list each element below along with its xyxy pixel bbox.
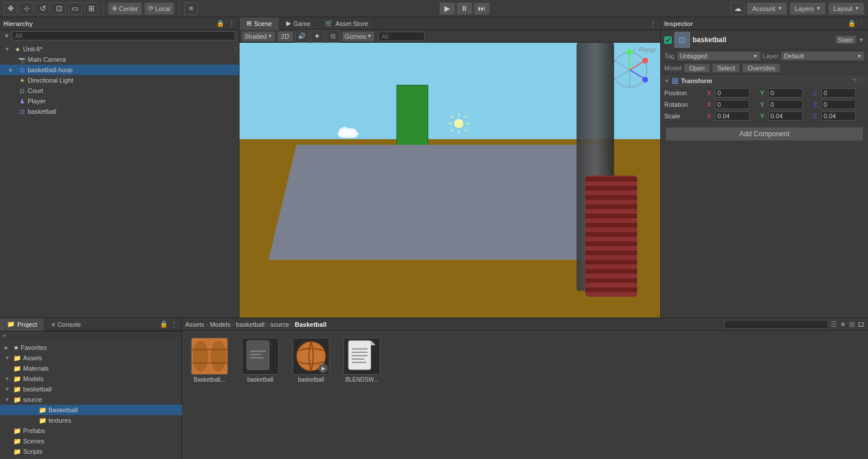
hierarchy-search-input[interactable] — [12, 31, 235, 40]
tree-packages[interactable]: 📦 Packages — [0, 457, 182, 459]
transform-header[interactable]: ▼ ⊞ Transform ? ⋮ — [661, 74, 868, 87]
tab-project[interactable]: 📁 Project — [0, 318, 44, 331]
hier-add-icon[interactable]: ▼ — [3, 32, 10, 39]
tag-arrow: ▼ — [753, 54, 758, 59]
scale-y-input[interactable] — [768, 111, 803, 121]
asset-item-basketball-file[interactable]: basketball — [237, 335, 283, 386]
tree-scripts[interactable]: 📁 Scripts — [0, 446, 182, 457]
hier-label-basketball: basketball — [28, 108, 57, 115]
add-component-button[interactable]: Add Component — [665, 127, 863, 141]
play-button[interactable]: ▶ — [439, 2, 455, 15]
hierarchy-lock-icon[interactable]: 🔒 — [216, 20, 225, 27]
step-button[interactable]: ⏭ — [474, 2, 490, 15]
tool-move[interactable]: ⊹ — [20, 2, 33, 15]
hierarchy-menu-icon[interactable]: ⋮ — [228, 19, 235, 28]
tab-console[interactable]: ≡ Console — [44, 318, 88, 331]
asset-item-blendsw[interactable]: BLENDSW... — [339, 335, 385, 386]
transform-help-icon[interactable]: ? — [852, 77, 856, 85]
model-overrides-btn[interactable]: Overrides — [742, 64, 780, 73]
layout-icon-btn[interactable]: ≡ — [184, 2, 198, 15]
tree-basketball-selected[interactable]: 📁 Basketball — [0, 405, 182, 415]
tree-basketball-folder[interactable]: ▼ 📁 basketball — [0, 384, 182, 394]
model-select-btn[interactable]: Select — [712, 64, 740, 73]
asset-fav-icon[interactable]: ★ — [840, 320, 847, 329]
asset-search-input[interactable] — [724, 320, 828, 329]
pos-y-input[interactable] — [768, 88, 803, 98]
console-tab-label: Console — [58, 321, 81, 328]
layers-dropdown[interactable]: Layers ▼ — [790, 2, 826, 15]
effects-btn[interactable]: ✦ — [310, 30, 324, 43]
asset-zoom-icon[interactable]: ⊞ — [849, 320, 855, 329]
pos-z-input[interactable] — [821, 88, 856, 98]
layout-dropdown[interactable]: Layout ▼ — [828, 2, 865, 15]
layer-dropdown[interactable]: Default ▼ — [781, 51, 865, 61]
tab-scene[interactable]: ⊞ Scene — [240, 17, 279, 30]
hier-item-basketball-hoop[interactable]: ▶ ⊡ basketball-hoop — [0, 65, 239, 75]
assets-label: Assets — [23, 354, 42, 361]
audio-btn[interactable]: 🔊 — [295, 30, 309, 43]
tool-scale[interactable]: ⊡ — [52, 2, 66, 15]
collab-icon[interactable]: ☁ — [731, 2, 744, 15]
rot-z-input[interactable] — [821, 100, 856, 109]
model-open-btn[interactable]: Open — [684, 64, 710, 73]
inspector-menu-icon[interactable]: ⋮ — [858, 20, 865, 27]
hier-item-directional-light[interactable]: ☀ Directional Light — [0, 75, 239, 85]
asset-list-view-icon[interactable]: ☰ — [830, 320, 837, 329]
tool-rect[interactable]: ▭ — [68, 2, 82, 15]
game-tab-icon: ▶ — [286, 20, 291, 27]
svg-point-34 — [211, 341, 226, 372]
static-arrow[interactable]: ▼ — [858, 36, 865, 43]
scale-x-input[interactable] — [715, 111, 750, 121]
pivot-center-button[interactable]: ⊕ Center — [108, 2, 142, 15]
tree-favorites[interactable]: ▶ ★ Favorites — [0, 342, 182, 353]
pos-x-input[interactable] — [715, 88, 750, 98]
hier-item-player[interactable]: ♟ Player — [0, 96, 239, 106]
hier-menu-unit6[interactable]: ⋮ — [233, 46, 239, 53]
breadcrumb-Basketball[interactable]: Basketball — [295, 321, 327, 328]
bottom-tab-lock[interactable]: 🔒 ⋮ — [160, 320, 181, 329]
asset-item-basketball-texture[interactable]: Basketball... — [186, 335, 233, 386]
account-arrow: ▼ — [777, 6, 782, 11]
account-dropdown[interactable]: Account ▼ — [747, 2, 787, 15]
scene-search-input[interactable] — [379, 32, 425, 41]
scene-tab-menu[interactable]: ⋮ — [649, 19, 660, 28]
tab-asset-store[interactable]: 🛒 Asset Store — [318, 17, 376, 30]
hier-item-unit6[interactable]: ▼ ★ Unit-6* ⋮ — [0, 44, 239, 54]
scene-view[interactable]: ← Persp X Y Z — [240, 43, 660, 318]
tag-dropdown[interactable]: Untagged ▼ — [677, 51, 761, 61]
pause-button[interactable]: ⏸ — [457, 2, 473, 15]
gizmos-dropdown[interactable]: Gizmos ▼ — [342, 31, 375, 42]
tree-source[interactable]: ▼ 📁 source — [0, 394, 182, 405]
breadcrumb-assets[interactable]: Assets — [185, 321, 204, 328]
tree-textures[interactable]: 📁 textures — [0, 415, 182, 426]
breadcrumb-source[interactable]: source — [270, 321, 289, 328]
hier-item-basketball[interactable]: ⊡ basketball — [0, 106, 239, 117]
add-asset-icon[interactable]: + — [2, 331, 7, 340]
tree-assets[interactable]: ▼ 📁 Assets — [0, 353, 182, 363]
rot-y-input[interactable] — [768, 100, 803, 109]
tool-hand[interactable]: ✥ — [3, 2, 17, 15]
tree-models[interactable]: ▼ 📁 Models — [0, 374, 182, 384]
transform-settings-icon[interactable]: ⋮ — [858, 77, 865, 85]
scene-compass-gizmo[interactable]: X Y Z — [608, 48, 652, 94]
breadcrumb-models[interactable]: Models — [210, 321, 230, 328]
tree-materials[interactable]: 📁 Materials — [0, 363, 182, 374]
scale-z-axis-label: Z — [813, 113, 820, 120]
shaded-dropdown[interactable]: Shaded ▼ — [242, 31, 275, 42]
tree-scenes[interactable]: 📁 Scenes — [0, 436, 182, 446]
hier-item-main-camera[interactable]: 📷 Main Camera — [0, 54, 239, 65]
scale-z-input[interactable] — [821, 111, 856, 121]
tree-prefabs[interactable]: 📁 Prefabs — [0, 426, 182, 436]
inspector-lock-icon[interactable]: 🔒 — [848, 20, 856, 27]
asset-item-basketball-model[interactable]: ▶ basketball — [288, 335, 334, 386]
tool-transform[interactable]: ⊞ — [84, 2, 98, 15]
object-enabled-checkbox[interactable] — [664, 36, 672, 44]
pivot-local-button[interactable]: ⟳ Local — [144, 2, 174, 15]
tool-rotate[interactable]: ↺ — [36, 2, 50, 15]
breadcrumb-basketball[interactable]: basketball — [236, 321, 265, 328]
2d-btn[interactable]: 2D — [277, 31, 293, 42]
scene-extra1[interactable]: ⊡ — [326, 30, 340, 43]
rot-x-input[interactable] — [715, 100, 750, 109]
tab-game[interactable]: ▶ Game — [279, 17, 318, 30]
hier-item-court[interactable]: ⊡ Court — [0, 85, 239, 96]
